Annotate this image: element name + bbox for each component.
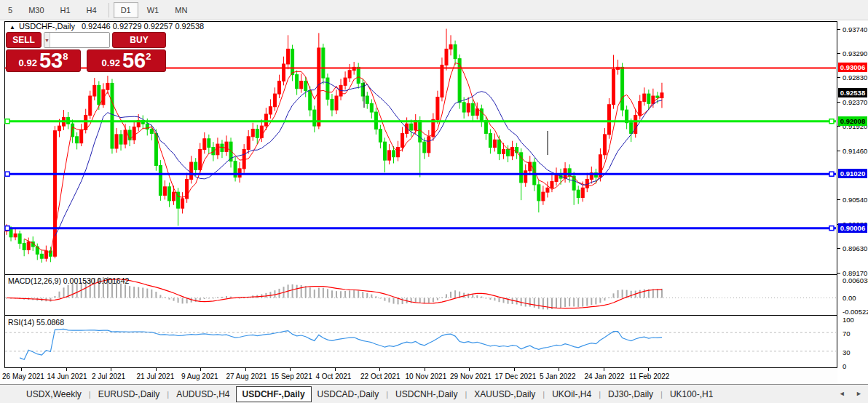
timeframe-button-w1[interactable]: W1 <box>140 2 167 18</box>
buy-price-pip-digit: 2 <box>146 51 151 62</box>
tab-scroll-right-icon[interactable]: ► <box>856 390 862 397</box>
chart-expand-icon[interactable]: ▲ <box>9 24 15 31</box>
buy-price-prefix: 0.92 <box>102 57 120 68</box>
price-tick-label: 0.92370 <box>843 98 867 106</box>
price-tick <box>837 53 840 54</box>
price-badge-0.91020: 0.91020 <box>838 169 867 178</box>
date-tick <box>514 368 515 371</box>
rsi-axis-100: 100 <box>843 316 854 324</box>
price-badge-0.92538: 0.92538 <box>838 88 867 97</box>
volume-decrease-icon[interactable]: ▼ <box>44 33 50 47</box>
buy-button[interactable]: BUY <box>112 32 166 48</box>
price-tick-label: 0.91460 <box>843 147 867 155</box>
tab-usdx-weekly[interactable]: USDX,Weekly <box>20 387 87 402</box>
tab-separator: | <box>167 390 169 399</box>
tab-separator: | <box>465 390 467 399</box>
macd-axis-min: -0.005228 <box>843 308 868 316</box>
tab-separator: | <box>89 390 91 399</box>
price-tick-label: 0.89630 <box>843 244 867 252</box>
price-tick-label: 0.93740 <box>843 25 867 33</box>
time-axis[interactable]: 26 May 202114 Jun 20212 Jul 202121 Jul 2… <box>0 368 837 383</box>
tab-uk100-h1[interactable]: UK100-,H1 <box>664 387 719 402</box>
date-label: 5 Jan 2022 <box>540 372 576 380</box>
timeframe-button-d1[interactable]: D1 <box>114 2 138 18</box>
price-tick <box>837 273 840 274</box>
date-tick <box>66 368 67 371</box>
chart-tab-bar: USDX,Weekly|EURUSD-,Daily|AUDUSD-,H4USDC… <box>0 384 868 403</box>
price-tick-label: 0.90540 <box>843 196 867 204</box>
rsi-panel[interactable] <box>4 315 837 368</box>
timeframe-button-mn[interactable]: MN <box>167 2 194 18</box>
sell-price-big-digits: 53 <box>39 51 63 71</box>
macd-indicator-label: MACD(12,26,9) 0.001530 0.001642 <box>8 276 129 285</box>
timeframe-button-h4[interactable]: H4 <box>79 2 104 18</box>
date-label: 27 Aug 2021 <box>226 372 267 380</box>
date-label: 15 Sep 2021 <box>271 372 312 380</box>
tab-scroll-left-icon[interactable]: ◄ <box>839 390 845 397</box>
chart-symbol-label: USDCHF-,Daily <box>19 22 75 31</box>
price-tick <box>837 29 840 30</box>
tab-separator: | <box>660 390 663 399</box>
date-label: 24 Jan 2022 <box>585 372 625 380</box>
macd-panel[interactable] <box>4 274 837 316</box>
date-label: 14 Jun 2021 <box>47 372 87 380</box>
chart-ohlc-values: 0.92446 0.92729 0.92257 0.92538 <box>82 22 204 31</box>
timeframe-toolbar: 5M30H1H4D1W1MN <box>0 0 868 20</box>
toolbar-separator <box>108 3 109 17</box>
tab-scroll-arrows: ◄ ► <box>830 390 862 397</box>
sell-price-button[interactable]: 0.92 53 8 <box>6 49 81 72</box>
date-label: 10 Nov 2021 <box>406 372 447 380</box>
volume-spinner: ▼ ▲ <box>44 32 110 48</box>
sell-price-prefix: 0.92 <box>19 57 37 68</box>
date-tick <box>379 368 380 371</box>
date-tick <box>156 368 157 371</box>
tab-usdchf-daily[interactable]: USDCHF-,Daily <box>236 386 312 402</box>
rsi-axis-70: 70 <box>843 330 851 338</box>
date-tick <box>335 368 336 371</box>
volume-input[interactable] <box>50 33 110 47</box>
tab-xauusd-daily[interactable]: XAUUSD-,Daily <box>468 387 541 402</box>
sell-price-pip-digit: 8 <box>63 51 68 62</box>
price-tick <box>837 199 840 200</box>
price-tick <box>837 102 840 103</box>
price-tick <box>837 77 840 78</box>
date-label: 9 Aug 2021 <box>181 372 218 380</box>
price-axis[interactable]: 0.937400.932900.928300.923700.919200.914… <box>837 21 868 368</box>
buy-price-big-digits: 56 <box>122 51 146 71</box>
sell-button[interactable]: SELL <box>6 32 42 48</box>
price-tick-label: 0.93290 <box>843 49 867 57</box>
price-tick <box>837 126 840 127</box>
tab-separator: | <box>599 390 601 399</box>
date-tick <box>559 368 559 371</box>
rsi-axis-0: 0 <box>843 362 846 370</box>
tab-dj30-daily[interactable]: DJ30-,Daily <box>602 387 659 402</box>
tab-ukoil-h4[interactable]: UKOil-,H4 <box>546 387 597 402</box>
price-badge-0.93006: 0.93006 <box>838 63 867 72</box>
date-tick <box>111 368 111 371</box>
date-tick <box>200 368 201 371</box>
tab-usdcad-daily[interactable]: USDCAD-,Daily <box>312 387 385 402</box>
tab-separator: | <box>386 390 388 399</box>
price-badge-0.92008: 0.92008 <box>838 116 867 126</box>
timeframe-button-h1[interactable]: H1 <box>53 2 78 18</box>
date-label: 2 Jul 2021 <box>92 372 125 380</box>
date-label: 26 May 2021 <box>2 372 44 380</box>
tab-eurusd-daily[interactable]: EURUSD-,Daily <box>92 387 166 402</box>
macd-axis-zero: 0.00 <box>843 294 856 302</box>
buy-price-button[interactable]: 0.92 56 2 <box>87 49 166 72</box>
date-label: 21 Jul 2021 <box>137 372 175 380</box>
rsi-axis-30: 30 <box>843 348 851 356</box>
tab-usdcnh-daily[interactable]: USDCNH-,Daily <box>390 387 463 402</box>
tab-audusd-h4[interactable]: AUDUSD-,H4 <box>170 387 235 402</box>
trading-terminal-window: 5M30H1H4D1W1MN ▲USDCHF-,Daily0.92446 0.9… <box>0 0 868 403</box>
timeframe-button-m30[interactable]: M30 <box>21 2 51 18</box>
price-tick-label: 0.92830 <box>843 73 867 81</box>
date-label: 29 Nov 2021 <box>450 372 492 380</box>
timeframe-button-5[interactable]: 5 <box>1 2 20 18</box>
price-badge-0.90006: 0.90006 <box>838 223 867 233</box>
date-label: 17 Dec 2021 <box>495 372 537 380</box>
date-tick <box>290 368 291 371</box>
date-label: 4 Oct 2021 <box>316 372 352 380</box>
date-tick <box>469 368 470 371</box>
price-tick <box>837 248 840 249</box>
